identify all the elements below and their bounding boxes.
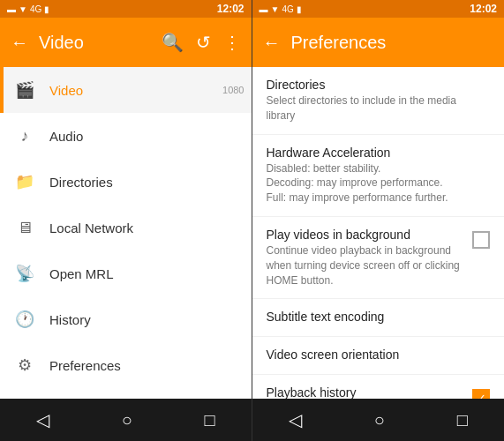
video-hint: 1080 — [222, 85, 244, 95]
history-nav-icon: 🕐 — [14, 309, 35, 330]
time-right: 12:02 — [470, 3, 497, 15]
playback-history-checkbox[interactable]: ✓ — [472, 389, 490, 399]
pref-item-directories[interactable]: Directories Select directories to includ… — [252, 67, 505, 135]
back-button-left[interactable]: ← — [11, 33, 28, 53]
pref-item-subtitle-encoding[interactable]: Subtitle text encoding — [252, 299, 505, 337]
pref-text-play-background: Play videos in background Continue video… — [267, 228, 473, 288]
pref-title-play-background: Play videos in background — [267, 228, 466, 242]
nav-item-local-network[interactable]: 🖥 Local Network — [0, 205, 252, 250]
open-mrl-icon: 📡 — [14, 263, 35, 284]
pref-text-directories: Directories Select directories to includ… — [267, 78, 491, 123]
battery-icon-left: ▮ — [44, 4, 49, 14]
nav-label-open-mrl: Open MRL — [49, 266, 114, 281]
nav-home-button-left[interactable]: ○ — [122, 410, 132, 430]
nav-recent-button-left[interactable]: □ — [205, 410, 215, 430]
nav-label-preferences: Preferences — [49, 358, 121, 373]
nav-label-history: History — [49, 312, 91, 327]
wifi-icon-right: ▼ — [271, 4, 280, 14]
play-background-checkbox[interactable] — [472, 231, 490, 249]
pref-item-playback-history[interactable]: Playback history Save all media played i… — [252, 375, 505, 399]
nav-recent-button-right[interactable]: □ — [457, 410, 468, 430]
bottom-nav-right: ◁ ○ □ — [252, 399, 505, 441]
status-bar-left: ▬ ▼ 4G ▮ 12:02 — [0, 0, 252, 18]
pref-text-hardware: Hardware Acceleration Disabled: better s… — [267, 146, 491, 206]
nav-item-directories[interactable]: 📁 Directories — [0, 159, 252, 205]
directories-icon: 📁 — [14, 171, 35, 192]
status-bar-right: ▬ ▼ 4G ▮ 12:02 — [252, 0, 505, 18]
pref-title-hardware: Hardware Acceleration — [267, 146, 484, 160]
audio-icon: ♪ — [14, 125, 35, 146]
back-button-right[interactable]: ← — [263, 33, 281, 53]
status-icons-right: ▬ ▼ 4G ▮ — [260, 4, 302, 14]
nav-label-local-network: Local Network — [49, 220, 133, 235]
signal-icon-left: ▬ — [7, 4, 16, 14]
nav-home-button-right[interactable]: ○ — [374, 410, 385, 430]
nav-back-button-right[interactable]: ◁ — [289, 409, 302, 430]
wifi-icon-left: ▼ — [19, 4, 27, 14]
pref-item-screen-orientation[interactable]: Video screen orientation — [252, 337, 505, 375]
history-icon[interactable]: ↺ — [196, 32, 211, 53]
left-header-icons: 🔍 ↺ ⋮ — [162, 32, 241, 53]
prefs-content: Directories Select directories to includ… — [252, 67, 505, 399]
signal-icon-right: ▬ — [260, 4, 268, 14]
nav-item-audio[interactable]: ♪ Audio — [0, 113, 252, 159]
nav-label-directories: Directories — [49, 175, 113, 190]
nav-label-audio: Audio — [49, 129, 83, 144]
pref-item-hardware-acceleration[interactable]: Hardware Acceleration Disabled: better s… — [252, 135, 505, 217]
status-icons-left: ▬ ▼ 4G ▮ — [7, 4, 49, 14]
network-label-left: 4G — [30, 4, 41, 14]
battery-icon-right: ▮ — [297, 4, 302, 14]
left-title: Video — [39, 33, 151, 53]
pref-title-playback-history: Playback history — [267, 385, 466, 399]
nav-menu: 🎬 Video 1080 ♪ Audio 📁 Directories 🖥 Loc… — [0, 67, 252, 399]
bottom-nav-left: ◁ ○ □ — [0, 399, 252, 441]
nav-item-video[interactable]: 🎬 Video 1080 — [0, 67, 252, 113]
time-left: 12:02 — [217, 3, 244, 15]
pref-text-orientation: Video screen orientation — [267, 348, 491, 363]
nav-item-open-mrl[interactable]: 📡 Open MRL — [0, 250, 252, 296]
left-panel: ▬ ▼ 4G ▮ 12:02 ← Video 🔍 ↺ ⋮ 🎬 Video 108… — [0, 0, 252, 441]
nav-back-button-left[interactable]: ◁ — [36, 409, 49, 430]
video-icon: 🎬 — [14, 79, 35, 101]
pref-subtitle-hardware: Disabled: better stability.Decoding: may… — [267, 161, 484, 206]
local-network-icon: 🖥 — [14, 217, 35, 238]
pref-subtitle-directories: Select directories to include in the med… — [267, 93, 484, 123]
nav-label-video: Video — [49, 83, 83, 98]
right-title: Preferences — [291, 33, 387, 53]
pref-text-playback-history: Playback history Save all media played i… — [267, 385, 473, 399]
nav-item-about[interactable]: 👤 About — [0, 388, 252, 399]
pref-title-subtitle: Subtitle text encoding — [267, 310, 484, 324]
right-header: ← Preferences — [252, 18, 505, 67]
pref-subtitle-play-background: Continue video playback in background wh… — [267, 243, 466, 288]
pref-title-orientation: Video screen orientation — [267, 348, 484, 362]
search-icon[interactable]: 🔍 — [162, 32, 184, 53]
preferences-icon: ⚙ — [14, 355, 35, 376]
pref-title-directories: Directories — [267, 78, 484, 92]
more-icon[interactable]: ⋮ — [223, 32, 241, 53]
pref-item-play-background[interactable]: Play videos in background Continue video… — [252, 217, 505, 299]
right-panel: ▬ ▼ 4G ▮ 12:02 ← Preferences Directories… — [252, 0, 505, 441]
nav-item-history[interactable]: 🕐 History — [0, 296, 252, 342]
left-header: ← Video 🔍 ↺ ⋮ — [0, 18, 252, 67]
pref-text-subtitle: Subtitle text encoding — [267, 310, 491, 325]
network-label-right: 4G — [282, 4, 293, 14]
nav-item-preferences[interactable]: ⚙ Preferences — [0, 342, 252, 388]
